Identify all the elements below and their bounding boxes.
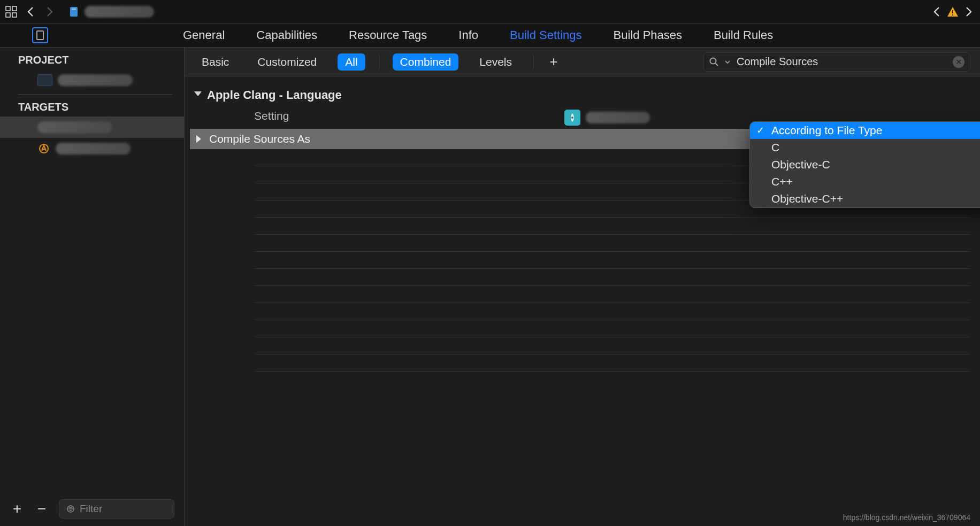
tab-build-phases[interactable]: Build Phases — [612, 26, 683, 44]
compile-sources-as-dropdown: ✓ According to File Type C Objective-C C… — [749, 121, 980, 208]
tab-resource-tags[interactable]: Resource Tags — [348, 26, 428, 44]
watermark-url: https://blog.csdn.net/weixin_36709064 — [843, 513, 970, 522]
project-sidebar: PROJECT TARGETS + − Filter — [0, 48, 185, 526]
tab-next-icon[interactable] — [963, 6, 975, 18]
svg-point-15 — [710, 58, 716, 64]
tab-build-settings[interactable]: Build Settings — [509, 26, 583, 44]
svg-rect-4 — [70, 7, 78, 17]
build-settings-filter-toolbar: Basic Customized All Combined Levels + ✕ — [185, 48, 980, 76]
filter-combined[interactable]: Combined — [393, 53, 459, 71]
dropdown-option-according-to-file-type[interactable]: ✓ According to File Type — [750, 122, 980, 139]
dropdown-option-label: C++ — [771, 175, 793, 188]
grid-line — [254, 303, 970, 320]
dropdown-option-label: According to File Type — [771, 124, 882, 137]
tab-build-rules[interactable]: Build Rules — [713, 26, 774, 44]
add-setting-button[interactable]: + — [547, 53, 561, 70]
sidebar-filter-input[interactable]: Filter — [59, 499, 174, 519]
filter-all[interactable]: All — [338, 53, 365, 71]
check-icon: ✓ — [756, 125, 764, 136]
document-navigator-icon[interactable] — [32, 27, 48, 43]
project-name-redacted — [58, 74, 133, 86]
dropdown-option-label: C — [771, 141, 779, 154]
project-row[interactable] — [0, 69, 184, 91]
project-icon — [37, 74, 52, 86]
svg-rect-5 — [72, 9, 76, 10]
grid-line — [254, 337, 970, 354]
svg-rect-1 — [12, 6, 17, 11]
grid-line — [254, 320, 970, 337]
svg-rect-3 — [12, 13, 17, 17]
chevron-down-icon[interactable] — [725, 59, 730, 65]
grid-line — [254, 235, 970, 252]
dropdown-option-objective-c[interactable]: Objective-C — [750, 156, 980, 173]
svg-rect-8 — [952, 14, 953, 16]
toolbar-separator — [533, 55, 533, 69]
svg-line-16 — [716, 63, 718, 66]
settings-content: Basic Customized All Combined Levels + ✕… — [185, 48, 980, 526]
filter-icon — [66, 504, 75, 514]
search-icon — [709, 57, 719, 67]
dropdown-option-label: Objective-C — [771, 158, 830, 171]
dropdown-option-label: Objective-C++ — [771, 192, 843, 205]
clear-search-button[interactable]: ✕ — [953, 56, 964, 68]
column-value-header — [564, 110, 650, 126]
tab-info[interactable]: Info — [457, 26, 479, 44]
library-icon[interactable] — [5, 6, 17, 18]
project-name-redacted — [85, 6, 154, 18]
tab-capabilities[interactable]: Capabilities — [255, 26, 318, 44]
grid-line — [254, 354, 970, 372]
tab-general[interactable]: General — [182, 26, 226, 44]
settings-group-header[interactable]: Apple Clang - Language — [190, 84, 975, 106]
settings-search-input[interactable] — [736, 55, 947, 68]
svg-rect-7 — [952, 10, 953, 13]
filter-placeholder: Filter — [80, 503, 102, 515]
top-toolbar — [0, 0, 980, 24]
disclosure-triangle-icon[interactable] — [196, 135, 204, 143]
target-row-2[interactable] — [0, 138, 184, 159]
svg-rect-2 — [6, 13, 10, 17]
filter-levels[interactable]: Levels — [472, 53, 519, 71]
target-name-2-redacted — [56, 143, 131, 154]
target-row-1[interactable] — [0, 117, 184, 138]
svg-rect-0 — [6, 6, 10, 11]
warning-icon[interactable] — [947, 6, 959, 18]
target-name-1-redacted — [37, 121, 112, 133]
setting-row-label: Compile Sources As — [209, 133, 310, 145]
column-setting-header: Setting — [254, 110, 564, 126]
dropdown-option-cpp[interactable]: C++ — [750, 173, 980, 190]
remove-target-button[interactable]: − — [34, 500, 49, 517]
tab-prev-icon[interactable] — [931, 6, 943, 18]
dropdown-option-objective-cpp[interactable]: Objective-C++ — [750, 190, 980, 207]
toolbar-separator — [379, 55, 379, 69]
disclosure-triangle-icon[interactable] — [194, 91, 202, 99]
filter-basic[interactable]: Basic — [194, 53, 236, 71]
group-title: Apple Clang - Language — [207, 88, 342, 102]
settings-search-box[interactable]: ✕ — [703, 52, 970, 72]
grid-line — [254, 269, 970, 286]
filter-customized[interactable]: Customized — [250, 53, 324, 71]
grid-line — [254, 218, 970, 235]
project-breadcrumb[interactable] — [68, 6, 154, 18]
dropdown-option-c[interactable]: C — [750, 139, 980, 156]
nav-forward-icon — [44, 6, 56, 18]
grid-line — [254, 286, 970, 303]
grid-line — [254, 252, 970, 269]
add-target-button[interactable]: + — [10, 500, 25, 517]
nav-back-icon[interactable] — [25, 6, 36, 18]
sidebar-targets-header: TARGETS — [0, 95, 184, 117]
svg-point-17 — [571, 117, 573, 119]
target-name-redacted — [586, 112, 650, 123]
project-file-icon — [68, 6, 80, 18]
app-target-icon — [37, 142, 50, 155]
sidebar-footer: + − Filter — [0, 492, 184, 526]
editor-tab-bar: General Capabilities Resource Tags Info … — [0, 24, 980, 48]
sidebar-project-header: PROJECT — [0, 48, 184, 69]
target-icon — [564, 110, 580, 126]
